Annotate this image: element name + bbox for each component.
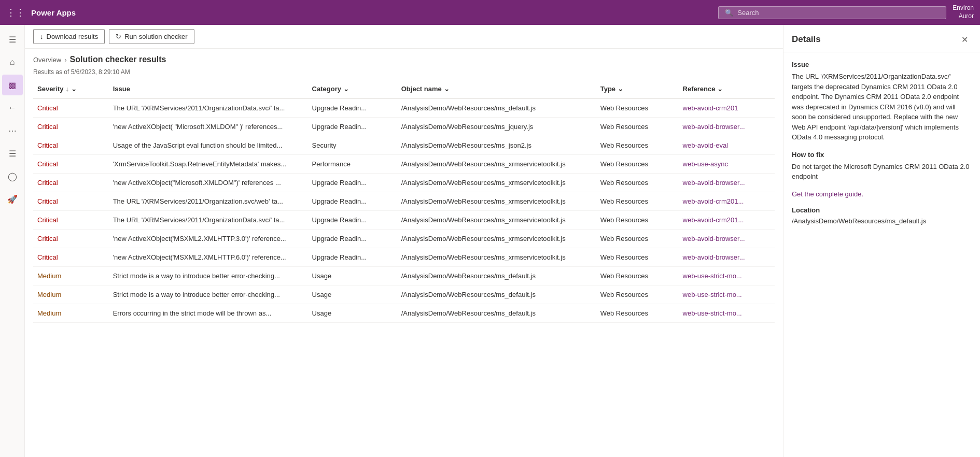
cell-reference: web-avoid-crm201... — [679, 211, 775, 230]
reference-link[interactable]: web-avoid-browser... — [683, 123, 745, 131]
table-row[interactable]: Critical The URL '/XRMServices/2011/Orga… — [33, 211, 775, 230]
table-row[interactable]: Critical 'XrmServiceToolkit.Soap.Retriev… — [33, 155, 775, 174]
reference-link[interactable]: web-use-strict-mo... — [683, 272, 742, 280]
top-navigation: ⋮⋮ Power Apps 🔍 Environ Auror — [0, 0, 980, 25]
table-row[interactable]: Critical 'new ActiveXObject('MSXML2.XMLH… — [33, 230, 775, 248]
reference-link[interactable]: web-avoid-browser... — [683, 179, 745, 187]
header-reference[interactable]: Reference ⌄ — [679, 80, 775, 98]
cell-type: Web Resources — [596, 211, 679, 230]
header-object-name[interactable]: Object name ⌄ — [397, 80, 596, 98]
run-solution-checker-button[interactable]: ↻ Run solution checker — [109, 29, 194, 44]
cell-type: Web Resources — [596, 98, 679, 118]
reference-link[interactable]: web-use-async — [683, 160, 728, 168]
reference-link[interactable]: web-avoid-eval — [683, 141, 728, 149]
reference-link[interactable]: web-avoid-crm201 — [683, 104, 738, 112]
breadcrumb: Overview › Solution checker results — [25, 49, 783, 66]
cell-reference: web-avoid-crm201... — [679, 192, 775, 211]
location-label: Location — [792, 206, 972, 214]
refresh-icon: ↻ — [116, 33, 121, 40]
cell-category: Usage — [308, 304, 397, 323]
cell-issue: 'new ActiveXObject('MSXML2.XMLHTTP.6.0')… — [109, 248, 308, 267]
object-filter-icon: ⌄ — [444, 85, 450, 93]
cell-reference: web-avoid-browser... — [679, 118, 775, 136]
reference-link[interactable]: web-avoid-crm201... — [683, 216, 744, 224]
cell-object: /AnalysisDemo/WebResources/ms_xrmservice… — [397, 155, 596, 174]
results-table-wrapper: Severity ↓ ⌄ Issue Categ — [25, 80, 783, 457]
search-box: 🔍 — [718, 6, 946, 19]
table-row[interactable]: Critical The URL '/XRMServices/2011/Orga… — [33, 192, 775, 211]
location-text: /AnalysisDemo/WebResources/ms_default.js — [792, 217, 972, 225]
cell-severity: Medium — [33, 285, 109, 304]
cell-issue: Usage of the JavaScript eval function sh… — [109, 136, 308, 155]
left-sidebar: ☰ ⌂ ▩ ← ⋯ ☰ ◯ 🚀 — [0, 25, 25, 457]
cell-reference: web-avoid-browser... — [679, 230, 775, 248]
toolbar: ↓ Download results ↻ Run solution checke… — [25, 25, 783, 49]
breadcrumb-separator: › — [64, 56, 66, 64]
cell-object: /AnalysisDemo/WebResources/ms_default.js — [397, 267, 596, 285]
cell-severity: Critical — [33, 230, 109, 248]
cell-type: Web Resources — [596, 230, 679, 248]
sidebar-icon-history[interactable]: ◯ — [2, 166, 23, 187]
cell-severity: Critical — [33, 211, 109, 230]
type-filter-icon: ⌄ — [618, 85, 623, 93]
results-table: Severity ↓ ⌄ Issue Categ — [33, 80, 775, 323]
sidebar-icon-home[interactable]: ⌂ — [2, 52, 23, 73]
env-label: Environ — [953, 4, 974, 12]
sidebar-icon-apps[interactable]: ▩ — [2, 75, 23, 95]
search-icon: 🔍 — [725, 9, 733, 17]
details-title: Details — [792, 34, 821, 45]
cell-object: /AnalysisDemo/WebResources/ms_jquery.js — [397, 118, 596, 136]
complete-guide-link[interactable]: Get the complete guide. — [792, 190, 972, 198]
sidebar-icon-list[interactable]: ☰ — [2, 143, 23, 164]
search-input[interactable] — [737, 9, 940, 17]
sidebar-icon-back[interactable]: ← — [2, 97, 23, 118]
cell-issue: 'XrmServiceToolkit.Soap.RetrieveEntityMe… — [109, 155, 308, 174]
header-category[interactable]: Category ⌄ — [308, 80, 397, 98]
cell-category: Upgrade Readin... — [308, 230, 397, 248]
cell-issue: Strict mode is a way to introduce better… — [109, 285, 308, 304]
table-row[interactable]: Medium Errors occurring in the strict mo… — [33, 304, 775, 323]
cell-category: Upgrade Readin... — [308, 192, 397, 211]
table-row[interactable]: Critical The URL '/XRMServices/2011/Orga… — [33, 98, 775, 118]
cell-severity: Critical — [33, 98, 109, 118]
cell-issue: The URL '/XRMServices/2011/OrganizationD… — [109, 98, 308, 118]
sidebar-icon-dots[interactable]: ⋯ — [2, 120, 23, 141]
download-results-button[interactable]: ↓ Download results — [33, 29, 105, 44]
cell-category: Usage — [308, 285, 397, 304]
cell-issue: Strict mode is a way to introduce better… — [109, 267, 308, 285]
overview-link[interactable]: Overview — [33, 56, 61, 64]
reference-link[interactable]: web-avoid-browser... — [683, 235, 745, 242]
table-row[interactable]: Critical 'new ActiveXObject( "Microsoft.… — [33, 118, 775, 136]
table-row[interactable]: Medium Strict mode is a way to introduce… — [33, 285, 775, 304]
cell-type: Web Resources — [596, 155, 679, 174]
sidebar-icon-menu[interactable]: ☰ — [2, 29, 23, 50]
issue-text: The URL '/XRMServices/2011/OrganizationD… — [792, 72, 972, 142]
cell-issue: 'new ActiveXObject('MSXML2.XMLHTTP.3.0')… — [109, 230, 308, 248]
cell-type: Web Resources — [596, 174, 679, 192]
cell-object: /AnalysisDemo/WebResources/ms_xrmservice… — [397, 230, 596, 248]
table-row[interactable]: Critical Usage of the JavaScript eval fu… — [33, 136, 775, 155]
header-type[interactable]: Type ⌄ — [596, 80, 679, 98]
cell-category: Upgrade Readin... — [308, 174, 397, 192]
table-row[interactable]: Critical 'new ActiveXObject('MSXML2.XMLH… — [33, 248, 775, 267]
cell-object: /AnalysisDemo/WebResources/ms_default.js — [397, 285, 596, 304]
grid-icon[interactable]: ⋮⋮ — [6, 7, 25, 18]
cell-severity: Critical — [33, 136, 109, 155]
cell-reference: web-use-async — [679, 155, 775, 174]
header-issue[interactable]: Issue — [109, 80, 308, 98]
reference-link[interactable]: web-use-strict-mo... — [683, 291, 742, 298]
cell-category: Performance — [308, 155, 397, 174]
run-label: Run solution checker — [124, 33, 187, 40]
details-close-button[interactable]: ✕ — [957, 32, 972, 47]
cell-severity: Critical — [33, 192, 109, 211]
sidebar-icon-rocket[interactable]: 🚀 — [2, 189, 23, 209]
table-row[interactable]: Critical 'new ActiveXObject("Microsoft.X… — [33, 174, 775, 192]
ref-filter-icon: ⌄ — [717, 85, 723, 93]
reference-link[interactable]: web-avoid-browser... — [683, 253, 745, 261]
reference-link[interactable]: web-avoid-crm201... — [683, 197, 744, 205]
cell-reference: web-avoid-crm201 — [679, 98, 775, 118]
cell-type: Web Resources — [596, 248, 679, 267]
header-severity[interactable]: Severity ↓ ⌄ — [33, 80, 109, 98]
table-row[interactable]: Medium Strict mode is a way to introduce… — [33, 267, 775, 285]
reference-link[interactable]: web-use-strict-mo... — [683, 309, 742, 317]
